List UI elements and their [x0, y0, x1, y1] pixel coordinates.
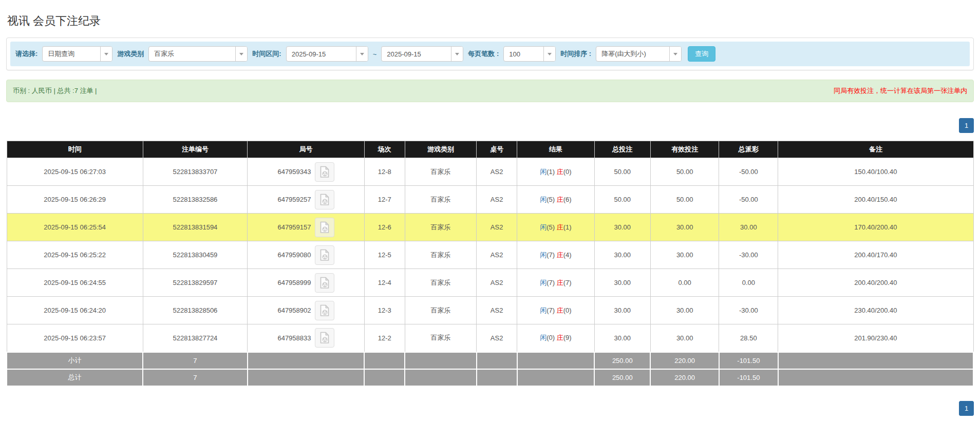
cell-game: 百家乐 [405, 241, 476, 269]
search-button[interactable]: 查询 [688, 46, 715, 62]
video-file-icon [319, 277, 330, 289]
cell-note: 200.40/170.40 [778, 241, 973, 269]
date-to-select[interactable]: 2025-09-15 [381, 46, 463, 62]
cell-valid-bet: 30.00 [650, 324, 719, 352]
cell-session: 12-6 [364, 214, 405, 241]
total-total-bet: 250.00 [594, 369, 650, 386]
cell-total-bet[interactable]: 50.00 [594, 186, 650, 214]
cell-note: 201.90/230.40 [778, 324, 973, 352]
table-row: 2025-09-15 06:25:22 522813830459 6479590… [7, 241, 973, 269]
result-banker-count: (7) [563, 279, 572, 286]
cell-bet-id: 522813831594 [143, 214, 247, 241]
page-1-button[interactable]: 1 [959, 401, 974, 416]
page-1-button[interactable]: 1 [959, 118, 974, 133]
result-banker-label: 庄 [557, 196, 563, 203]
chevron-down-icon [100, 47, 112, 61]
cell-round: 647958833 [248, 324, 365, 352]
per-page-select[interactable]: 100 [503, 46, 556, 62]
pagination-top: 1 [6, 118, 974, 133]
result-banker-count: (6) [563, 196, 572, 203]
result-banker-count: (0) [563, 168, 572, 176]
cell-bet-id: 522813832586 [143, 186, 247, 214]
result-player-count: (7) [546, 306, 555, 314]
cell-result: 闲(1) 庄(0) [517, 158, 595, 186]
round-id: 647959080 [277, 251, 311, 259]
per-page-label: 每页笔数 : [468, 49, 499, 59]
cell-note: 200.40/150.40 [778, 186, 973, 214]
cell-time: 2025-09-15 06:25:22 [7, 241, 143, 269]
cell-total-bet[interactable]: 30.00 [594, 214, 650, 241]
table-header-row: 时间注单编号局号场次游戏类别桌号结果总投注有效投注总派彩备注 [7, 141, 973, 158]
bet-records-table: 时间注单编号局号场次游戏类别桌号结果总投注有效投注总派彩备注 2025-09-1… [6, 141, 974, 387]
cell-result: 闲(5) 庄(6) [517, 186, 595, 214]
video-record-button[interactable] [315, 162, 334, 182]
result-player-label: 闲 [540, 223, 546, 231]
result-banker-label: 庄 [557, 334, 563, 341]
cell-result: 闲(7) 庄(7) [517, 269, 595, 297]
chevron-down-icon [543, 47, 555, 61]
cell-round: 647959343 [248, 158, 365, 186]
time-sort-value: 降幂(由大到小) [596, 47, 669, 61]
cell-session: 12-7 [364, 186, 405, 214]
round-id: 647958999 [277, 279, 311, 286]
cell-session: 12-2 [364, 324, 405, 352]
result-banker-count: (9) [563, 334, 572, 341]
round-id: 647959257 [277, 196, 311, 203]
time-sort-label: 时间排序 : [560, 49, 591, 59]
video-file-icon [319, 194, 330, 206]
chevron-down-icon [669, 47, 681, 61]
cell-table: AS2 [477, 297, 517, 324]
round-id: 647958833 [277, 334, 311, 342]
result-banker-count: (4) [563, 251, 572, 259]
cell-round: 647959080 [248, 241, 365, 269]
video-record-button[interactable] [315, 245, 334, 265]
table-row: 2025-09-15 06:24:55 522813829597 6479589… [7, 269, 973, 297]
video-record-button[interactable] [315, 190, 334, 209]
result-player-count: (5) [546, 196, 555, 203]
cell-payout: -30.00 [719, 241, 778, 269]
chevron-down-icon [235, 47, 247, 61]
date-from-select[interactable]: 2025-09-15 [286, 46, 368, 62]
subtotal-label: 小计 [7, 352, 143, 369]
total-label: 总计 [7, 369, 143, 386]
cell-session: 12-5 [364, 241, 405, 269]
cell-table: AS2 [477, 269, 517, 297]
column-header: 时间 [7, 141, 143, 158]
video-record-button[interactable] [315, 301, 334, 320]
game-type-select[interactable]: 百家乐 [148, 46, 248, 62]
currency-total-info: 币别 : 人民币 | 总共 :7 注单 | [13, 86, 97, 95]
video-file-icon [319, 249, 330, 261]
cell-payout: -30.00 [719, 297, 778, 324]
video-record-button[interactable] [315, 273, 334, 293]
range-separator: ~ [373, 50, 377, 58]
chevron-down-icon [356, 47, 368, 61]
cell-total-bet[interactable]: 30.00 [594, 269, 650, 297]
result-banker-label: 庄 [557, 279, 563, 286]
cell-time: 2025-09-15 06:27:03 [7, 158, 143, 186]
cell-result: 闲(0) 庄(9) [517, 324, 595, 352]
time-sort-select[interactable]: 降幂(由大到小) [596, 46, 682, 62]
cell-total-bet[interactable]: 50.00 [594, 158, 650, 186]
time-range-label: 时间区间: [252, 49, 281, 59]
result-banker-label: 庄 [557, 223, 563, 231]
cell-total-bet[interactable]: 30.00 [594, 241, 650, 269]
table-row: 2025-09-15 06:24:20 522813828506 6479589… [7, 297, 973, 324]
cell-round: 647959157 [248, 214, 365, 241]
result-player-label: 闲 [540, 334, 546, 341]
result-player-label: 闲 [540, 196, 546, 203]
cell-valid-bet: 50.00 [650, 186, 719, 214]
page-title: 视讯 会员下注纪录 [7, 13, 974, 29]
cell-total-bet[interactable]: 30.00 [594, 324, 650, 352]
cell-payout: 0.00 [719, 269, 778, 297]
column-header: 备注 [778, 141, 973, 158]
filter-panel: 请选择: 日期查询 游戏类别 百家乐 时间区间: 2025-09-15 ~ 20… [6, 37, 974, 70]
cell-table: AS2 [477, 241, 517, 269]
video-record-button[interactable] [315, 218, 334, 237]
result-player-count: (0) [546, 334, 555, 341]
cell-total-bet[interactable]: 30.00 [594, 297, 650, 324]
table-body: 2025-09-15 06:27:03 522813833707 6479593… [7, 158, 973, 352]
cell-game: 百家乐 [405, 324, 476, 352]
video-record-button[interactable] [315, 328, 334, 348]
query-type-select[interactable]: 日期查询 [42, 46, 112, 62]
cell-bet-id: 522813827724 [143, 324, 247, 352]
